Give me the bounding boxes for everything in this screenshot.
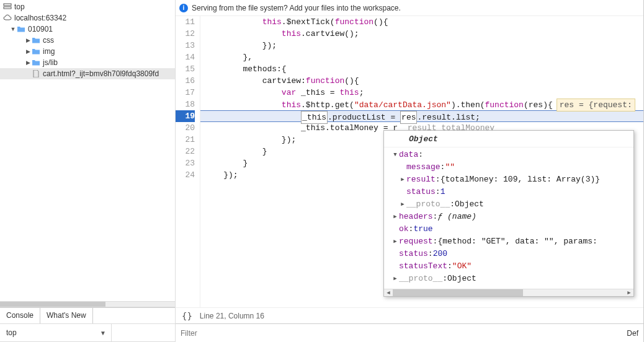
folder-icon	[31, 36, 41, 45]
tree-folder-label: js/lib	[43, 58, 58, 67]
file-icon	[31, 69, 41, 78]
console-tabs: ConsoleWhat's New	[0, 307, 175, 323]
sources-sidebar: top localhost:63342 010901 cssimgjs/lib	[0, 0, 176, 342]
sidebar-hscrollbar[interactable]	[0, 301, 175, 307]
inspector-row[interactable]: ▼data:	[388, 149, 630, 161]
tree-folder[interactable]: img	[0, 46, 175, 57]
tree-folder[interactable]: js/lib	[0, 57, 175, 68]
folder-icon	[16, 25, 26, 33]
file-tree[interactable]: top localhost:63342 010901 cssimgjs/lib	[0, 0, 175, 81]
chevron-down-icon[interactable]: ▼	[391, 149, 399, 161]
tree-top-label: top	[14, 2, 25, 11]
workspace-info-bar: i Serving from the file system? Add your…	[176, 0, 643, 16]
editor-status-bar: {} Line 21, Column 16	[176, 307, 643, 323]
console-tab[interactable]: Console	[0, 308, 40, 323]
console-filter-row: top ▼	[0, 323, 175, 342]
svg-rect-0	[4, 4, 11, 6]
tree-top[interactable]: top	[0, 1, 175, 12]
popup-title: Object	[384, 131, 633, 147]
code-line[interactable]: this.$http.get("data/cartData.json").the…	[200, 99, 643, 110]
tree-folder-label: img	[43, 47, 55, 56]
popup-hscrollbar[interactable]: ◀ ▶	[384, 289, 633, 296]
tree-folder-label: css	[43, 36, 54, 45]
svg-rect-1	[4, 7, 11, 9]
inline-value-hint: res = {request:	[557, 99, 635, 112]
inspector-row[interactable]: ▶result: {totalMoney: 109, list: Array(3…	[388, 173, 630, 186]
object-inspector-popup[interactable]: Object ▼data: message: ""▶result: {total…	[383, 130, 634, 297]
tree-root-folder[interactable]: 010901	[0, 24, 175, 35]
cursor-position: Line 21, Column 16	[200, 312, 264, 320]
stack-icon	[2, 2, 12, 11]
chevron-right-icon[interactable]: ▶	[399, 198, 406, 211]
inspector-row[interactable]: status: 1	[388, 186, 630, 198]
inspector-row[interactable]: ok: true	[388, 223, 630, 235]
braces-icon[interactable]: {}	[182, 311, 192, 321]
chevron-right-icon[interactable]	[25, 37, 31, 43]
chevron-right-icon[interactable]: ▶	[391, 235, 399, 248]
code-line[interactable]: cartview:function(){	[200, 75, 643, 87]
chevron-right-icon[interactable]: ▶	[399, 173, 406, 186]
tree-host-label: localhost:63342	[14, 14, 66, 22]
info-text: Serving from the file system? Add your f…	[192, 4, 401, 12]
console-level-label[interactable]: Def	[622, 329, 643, 338]
folder-icon	[31, 58, 41, 67]
tree-root-label: 010901	[28, 25, 53, 33]
tree-file-label: cart.html?_ijt=bmv8h70l9fdq3809fd	[43, 69, 159, 78]
code-line[interactable]: this.cartview();	[200, 28, 643, 40]
folder-icon	[31, 47, 41, 56]
popup-body[interactable]: ▼data: message: ""▶result: {totalMoney: …	[384, 147, 633, 289]
info-icon: i	[179, 4, 188, 12]
code-line[interactable]: },	[200, 51, 643, 63]
inspector-row[interactable]: statusText: "OK"	[388, 260, 630, 273]
chevron-right-icon[interactable]: ▶	[391, 211, 399, 223]
chevron-down-icon: ▼	[100, 330, 106, 336]
console-tab[interactable]: What's New	[40, 308, 93, 323]
code-line[interactable]: methods:{	[200, 63, 643, 75]
console-toolbar: Def	[176, 323, 643, 342]
code-line[interactable]: this.$nextTick(function(){	[200, 16, 643, 28]
inspector-row[interactable]: ▶__proto__: Object	[388, 273, 630, 285]
chevron-right-icon[interactable]	[25, 48, 31, 55]
inspector-row[interactable]: ▶request: {method: "GET", data: "", para…	[388, 235, 630, 248]
line-gutter: 1112131415161718192021222324	[176, 16, 200, 307]
inspector-row[interactable]: ▶__proto__: Object	[388, 198, 630, 211]
console-context-label: top	[6, 328, 17, 337]
cloud-icon	[2, 14, 12, 22]
console-filter-input[interactable]	[176, 324, 622, 342]
tree-host[interactable]: localhost:63342	[0, 12, 175, 24]
tree-open-file[interactable]: cart.html?_ijt=bmv8h70l9fdq3809fd	[0, 68, 175, 79]
chevron-right-icon[interactable]: ▶	[391, 273, 399, 285]
code-line[interactable]: });	[200, 40, 643, 51]
chevron-right-icon[interactable]	[25, 59, 31, 66]
inspector-row[interactable]: status: 200	[388, 248, 630, 260]
chevron-down-icon[interactable]	[10, 26, 16, 32]
code-line[interactable]: var _this = this;	[200, 87, 643, 99]
console-context-select[interactable]: top ▼	[0, 324, 112, 341]
inspector-row[interactable]: ▶headers: ƒ (name)	[388, 211, 630, 223]
code-line[interactable]: _this.productList = res.result.list;	[200, 110, 643, 122]
scroll-left-icon[interactable]: ◀	[384, 287, 393, 299]
inspector-row[interactable]: message: ""	[388, 161, 630, 173]
tree-folder[interactable]: css	[0, 35, 175, 46]
scroll-right-icon[interactable]: ▶	[625, 287, 633, 299]
